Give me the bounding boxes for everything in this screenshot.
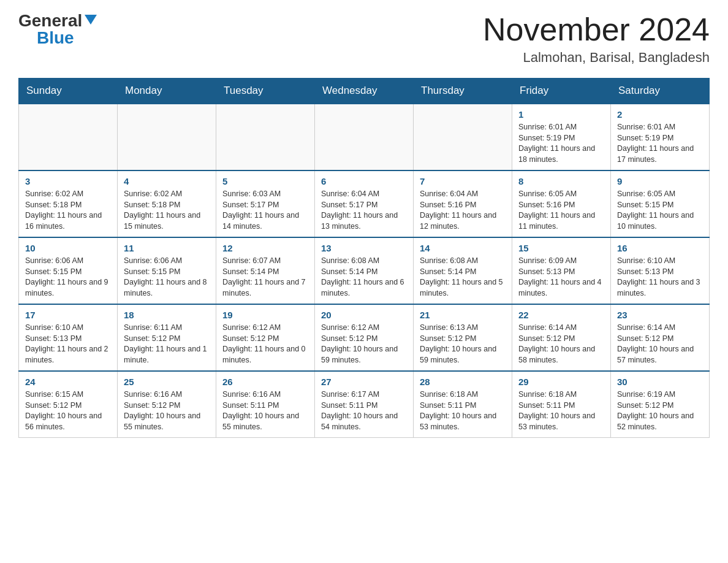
column-header-friday: Friday: [512, 79, 611, 104]
column-header-tuesday: Tuesday: [216, 79, 315, 104]
day-number: 20: [321, 310, 407, 320]
calendar-subtitle: Lalmohan, Barisal, Bangladesh: [483, 50, 710, 66]
day-info: Sunrise: 6:13 AM Sunset: 5:12 PM Dayligh…: [420, 323, 506, 366]
column-header-sunday: Sunday: [19, 79, 118, 104]
calendar-cell: 19Sunrise: 6:12 AM Sunset: 5:12 PM Dayli…: [216, 304, 315, 371]
calendar-header-row: SundayMondayTuesdayWednesdayThursdayFrid…: [19, 79, 710, 104]
calendar-cell: 28Sunrise: 6:18 AM Sunset: 5:11 PM Dayli…: [414, 371, 512, 438]
calendar-cell: 10Sunrise: 6:06 AM Sunset: 5:15 PM Dayli…: [19, 237, 118, 304]
calendar-cell: [118, 104, 216, 170]
calendar-cell: 11Sunrise: 6:06 AM Sunset: 5:15 PM Dayli…: [118, 237, 216, 304]
calendar-cell: 2Sunrise: 6:01 AM Sunset: 5:19 PM Daylig…: [611, 104, 710, 170]
calendar-cell: 14Sunrise: 6:08 AM Sunset: 5:14 PM Dayli…: [414, 237, 512, 304]
day-number: 1: [518, 109, 604, 120]
day-info: Sunrise: 6:04 AM Sunset: 5:17 PM Dayligh…: [321, 189, 407, 232]
day-info: Sunrise: 6:12 AM Sunset: 5:12 PM Dayligh…: [222, 323, 308, 366]
day-number: 28: [420, 377, 506, 387]
calendar-cell: [414, 104, 512, 170]
day-number: 27: [321, 377, 407, 387]
day-info: Sunrise: 6:08 AM Sunset: 5:14 PM Dayligh…: [321, 256, 407, 299]
day-info: Sunrise: 6:17 AM Sunset: 5:11 PM Dayligh…: [321, 389, 407, 432]
calendar-cell: [216, 104, 315, 170]
day-number: 2: [617, 109, 703, 120]
day-info: Sunrise: 6:14 AM Sunset: 5:12 PM Dayligh…: [617, 323, 703, 366]
logo: General Blue: [18, 12, 97, 47]
logo-blue-text: Blue: [37, 28, 74, 47]
calendar-cell: 23Sunrise: 6:14 AM Sunset: 5:12 PM Dayli…: [611, 304, 710, 371]
day-number: 7: [420, 176, 506, 186]
day-number: 13: [321, 243, 407, 253]
day-info: Sunrise: 6:11 AM Sunset: 5:12 PM Dayligh…: [124, 323, 210, 366]
calendar-cell: 29Sunrise: 6:18 AM Sunset: 5:11 PM Dayli…: [512, 371, 611, 438]
day-info: Sunrise: 6:14 AM Sunset: 5:12 PM Dayligh…: [518, 323, 604, 366]
calendar-cell: 12Sunrise: 6:07 AM Sunset: 5:14 PM Dayli…: [216, 237, 315, 304]
day-info: Sunrise: 6:02 AM Sunset: 5:18 PM Dayligh…: [25, 189, 111, 232]
day-info: Sunrise: 6:05 AM Sunset: 5:16 PM Dayligh…: [518, 189, 604, 232]
calendar-cell: 8Sunrise: 6:05 AM Sunset: 5:16 PM Daylig…: [512, 170, 611, 237]
calendar-cell: 22Sunrise: 6:14 AM Sunset: 5:12 PM Dayli…: [512, 304, 611, 371]
day-info: Sunrise: 6:16 AM Sunset: 5:11 PM Dayligh…: [222, 389, 308, 432]
calendar-cell: 16Sunrise: 6:10 AM Sunset: 5:13 PM Dayli…: [611, 237, 710, 304]
day-number: 17: [25, 310, 111, 320]
day-number: 19: [222, 310, 308, 320]
calendar-cell: 27Sunrise: 6:17 AM Sunset: 5:11 PM Dayli…: [315, 371, 414, 438]
logo-triangle-icon: [85, 15, 97, 25]
column-header-saturday: Saturday: [611, 79, 710, 104]
title-block: November 2024 Lalmohan, Barisal, Banglad…: [483, 12, 710, 66]
day-info: Sunrise: 6:01 AM Sunset: 5:19 PM Dayligh…: [617, 122, 703, 165]
calendar-cell: 6Sunrise: 6:04 AM Sunset: 5:17 PM Daylig…: [315, 170, 414, 237]
day-number: 9: [617, 176, 703, 186]
calendar-cell: 9Sunrise: 6:05 AM Sunset: 5:15 PM Daylig…: [611, 170, 710, 237]
day-info: Sunrise: 6:10 AM Sunset: 5:13 PM Dayligh…: [617, 256, 703, 299]
week-row-4: 17Sunrise: 6:10 AM Sunset: 5:13 PM Dayli…: [19, 304, 710, 371]
calendar-cell: 30Sunrise: 6:19 AM Sunset: 5:12 PM Dayli…: [611, 371, 710, 438]
day-number: 10: [25, 243, 111, 253]
day-number: 18: [124, 310, 210, 320]
calendar-cell: 15Sunrise: 6:09 AM Sunset: 5:13 PM Dayli…: [512, 237, 611, 304]
day-number: 29: [518, 377, 604, 387]
day-number: 8: [518, 176, 604, 186]
week-row-5: 24Sunrise: 6:15 AM Sunset: 5:12 PM Dayli…: [19, 371, 710, 438]
day-number: 25: [124, 377, 210, 387]
calendar-cell: 4Sunrise: 6:02 AM Sunset: 5:18 PM Daylig…: [118, 170, 216, 237]
day-info: Sunrise: 6:12 AM Sunset: 5:12 PM Dayligh…: [321, 323, 407, 366]
column-header-thursday: Thursday: [414, 79, 512, 104]
day-number: 23: [617, 310, 703, 320]
day-info: Sunrise: 6:16 AM Sunset: 5:12 PM Dayligh…: [124, 389, 210, 432]
calendar-cell: 24Sunrise: 6:15 AM Sunset: 5:12 PM Dayli…: [19, 371, 118, 438]
day-info: Sunrise: 6:18 AM Sunset: 5:11 PM Dayligh…: [518, 389, 604, 432]
calendar-cell: 7Sunrise: 6:04 AM Sunset: 5:16 PM Daylig…: [414, 170, 512, 237]
day-number: 12: [222, 243, 308, 253]
calendar-cell: 3Sunrise: 6:02 AM Sunset: 5:18 PM Daylig…: [19, 170, 118, 237]
day-number: 30: [617, 377, 703, 387]
logo-general-text: General: [18, 12, 82, 29]
calendar-cell: 5Sunrise: 6:03 AM Sunset: 5:17 PM Daylig…: [216, 170, 315, 237]
calendar-cell: 17Sunrise: 6:10 AM Sunset: 5:13 PM Dayli…: [19, 304, 118, 371]
column-header-wednesday: Wednesday: [315, 79, 414, 104]
week-row-2: 3Sunrise: 6:02 AM Sunset: 5:18 PM Daylig…: [19, 170, 710, 237]
calendar-cell: [315, 104, 414, 170]
week-row-1: 1Sunrise: 6:01 AM Sunset: 5:19 PM Daylig…: [19, 104, 710, 170]
day-number: 14: [420, 243, 506, 253]
calendar-title: November 2024: [483, 12, 710, 47]
day-info: Sunrise: 6:10 AM Sunset: 5:13 PM Dayligh…: [25, 323, 111, 366]
day-number: 24: [25, 377, 111, 387]
day-info: Sunrise: 6:07 AM Sunset: 5:14 PM Dayligh…: [222, 256, 308, 299]
calendar-cell: 20Sunrise: 6:12 AM Sunset: 5:12 PM Dayli…: [315, 304, 414, 371]
day-info: Sunrise: 6:04 AM Sunset: 5:16 PM Dayligh…: [420, 189, 506, 232]
calendar-cell: 21Sunrise: 6:13 AM Sunset: 5:12 PM Dayli…: [414, 304, 512, 371]
column-header-monday: Monday: [118, 79, 216, 104]
day-number: 22: [518, 310, 604, 320]
day-info: Sunrise: 6:02 AM Sunset: 5:18 PM Dayligh…: [124, 189, 210, 232]
calendar-cell: 13Sunrise: 6:08 AM Sunset: 5:14 PM Dayli…: [315, 237, 414, 304]
day-number: 4: [124, 176, 210, 186]
calendar-cell: 26Sunrise: 6:16 AM Sunset: 5:11 PM Dayli…: [216, 371, 315, 438]
day-info: Sunrise: 6:03 AM Sunset: 5:17 PM Dayligh…: [222, 189, 308, 232]
day-info: Sunrise: 6:09 AM Sunset: 5:13 PM Dayligh…: [518, 256, 604, 299]
day-number: 26: [222, 377, 308, 387]
day-info: Sunrise: 6:08 AM Sunset: 5:14 PM Dayligh…: [420, 256, 506, 299]
day-number: 5: [222, 176, 308, 186]
day-number: 11: [124, 243, 210, 253]
day-number: 15: [518, 243, 604, 253]
day-number: 3: [25, 176, 111, 186]
